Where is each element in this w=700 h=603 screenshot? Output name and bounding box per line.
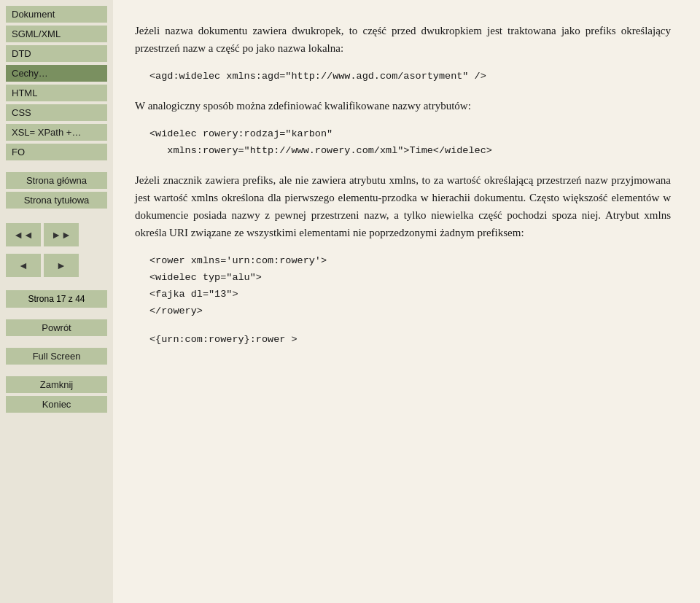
sidebar-item-dokument[interactable]: Dokument — [6, 6, 107, 23]
next-button[interactable]: ► — [44, 254, 79, 277]
spacer-5 — [6, 339, 107, 346]
spacer-6 — [6, 367, 107, 375]
sidebar-item-html[interactable]: HTML — [6, 85, 107, 101]
nav-controls-row2: ◄ ► — [6, 254, 107, 277]
nav-controls-row1: ◄◄ ►► — [6, 223, 107, 246]
sidebar-item-strona-glowna[interactable]: Strona główna — [6, 172, 107, 189]
sidebar-item-fo[interactable]: FO — [6, 144, 107, 160]
spacer-1 — [6, 163, 107, 171]
koniec-button[interactable]: Koniec — [6, 396, 107, 413]
spacer-4 — [6, 311, 107, 318]
fullscreen-button[interactable]: Full Screen — [6, 348, 107, 365]
paragraph-1: Jeżeli nazwa dokumentu zawiera dwukropek… — [135, 22, 671, 57]
powrot-button[interactable]: Powrót — [6, 319, 107, 336]
sidebar-item-dtd[interactable]: DTD — [6, 45, 107, 62]
code-block-2: <widelec rowery:rodzaj="karbon" xmlns:ro… — [149, 126, 671, 160]
code-block-4: <{urn:com:rowery}:rower > — [149, 332, 671, 349]
prev-prev-button[interactable]: ◄◄ — [6, 223, 41, 246]
code-block-3: <rower xmlns='urn:com:rowery'> <widelec … — [149, 253, 671, 320]
sidebar-item-css[interactable]: CSS — [6, 104, 107, 121]
sidebar-item-cechy[interactable]: Cechy… — [6, 65, 107, 82]
prev-button[interactable]: ◄ — [6, 254, 41, 277]
page-info: Strona 17 z 44 — [6, 290, 107, 308]
paragraph-3: Jeżeli znacznik zawiera prefiks, ale nie… — [135, 171, 671, 241]
sidebar-item-strona-tytulowa[interactable]: Strona tytułowa — [6, 192, 107, 209]
sidebar-item-sgml-xml[interactable]: SGML/XML — [6, 26, 107, 42]
zamknij-button[interactable]: Zamknij — [6, 376, 107, 393]
paragraph-2: W analogiczny sposób można zdefiniować k… — [135, 97, 671, 114]
main-content: Jeżeli nazwa dokumentu zawiera dwukropek… — [113, 0, 700, 603]
spacer-3 — [6, 281, 107, 289]
spacer-2 — [6, 211, 107, 219]
sidebar-item-xsl[interactable]: XSL= XPath +… — [6, 124, 107, 141]
code-block-1: <agd:widelec xmlns:agd="http://www.agd.c… — [149, 69, 671, 85]
sidebar: Dokument SGML/XML DTD Cechy… HTML CSS XS… — [0, 0, 113, 603]
next-next-button[interactable]: ►► — [44, 223, 79, 246]
